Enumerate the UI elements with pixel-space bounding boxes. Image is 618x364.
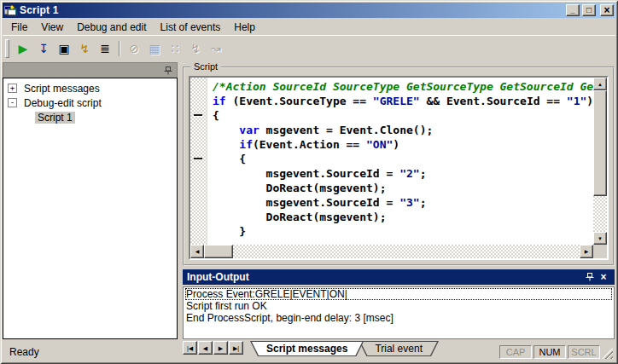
resize-grip[interactable]	[602, 348, 613, 359]
toolbar: ▶↧▣↯≣⊘▦∷↯↝	[3, 35, 615, 61]
output-panel: Input-Output × Process Event:GRELE|EVENT…	[183, 269, 615, 339]
tree-item-label: Script 1	[35, 112, 75, 124]
save-list-icon: ↧	[38, 43, 49, 55]
status-indicator-cap: CAP	[499, 345, 532, 359]
pin-icon[interactable]	[583, 273, 597, 281]
output-list[interactable]: Process Event:GRELE|EVENT|ON|Script firs…	[183, 286, 615, 339]
tree-item-script-1[interactable]: Script 1	[3, 110, 177, 124]
app-icon	[4, 4, 17, 16]
vertical-scroll-track[interactable]	[593, 196, 607, 232]
code-line: {	[213, 152, 593, 166]
code-area[interactable]: /*Action SourceId SourceType GetSourceTy…	[207, 78, 593, 245]
scroll-down-icon[interactable]: ▼	[593, 232, 607, 245]
toolbar-grip[interactable]	[5, 39, 9, 58]
code-line: }	[213, 224, 593, 239]
menu-item-debug-and-edit[interactable]: Debug and edit	[70, 20, 153, 35]
code-line: /*Action SourceId SourceType GetSourceTy…	[213, 79, 593, 94]
menu-item-view[interactable]: View	[34, 20, 70, 35]
code-line: var msgevent = Event.Clone();	[213, 123, 593, 137]
menu-item-help[interactable]: Help	[227, 20, 262, 35]
erase-icon: ⊘	[129, 43, 139, 55]
script-groupbox-label: Script	[190, 61, 221, 72]
vertical-scroll-thumb[interactable]	[593, 90, 607, 196]
editor-gutter	[190, 78, 207, 245]
sidebar: +Script messages-Debug-edit scriptScript…	[3, 62, 178, 339]
minimize-button[interactable]: _	[566, 4, 580, 16]
sidebar-header	[3, 62, 178, 78]
script-event-icon: ↯	[79, 43, 90, 55]
erase-button: ⊘	[124, 39, 144, 58]
code-line: DoReact(msgevent);	[213, 181, 593, 195]
scroll-right-icon[interactable]: ▶	[580, 245, 593, 258]
keyboard-indicators: CAPNUMSCRL	[498, 345, 600, 359]
brace-marker-icon	[194, 158, 202, 159]
save-icon: ▣	[58, 43, 69, 55]
output-panel-header: Input-Output ×	[183, 269, 615, 285]
script-event-button[interactable]: ↯	[74, 39, 95, 58]
text-lines-icon: ≣	[100, 43, 110, 55]
run-script-button[interactable]: ▶	[13, 39, 33, 58]
maximize-button[interactable]: □	[582, 4, 596, 16]
window-title: Script 1	[20, 4, 563, 16]
toolbar-buttons: ▶↧▣↯≣⊘▦∷↯↝	[13, 37, 226, 60]
horizontal-scroll-thumb[interactable]	[204, 245, 233, 258]
status-message: Ready	[4, 345, 498, 359]
menu-item-list-of-events[interactable]: List of events	[154, 20, 228, 35]
code-line: DoReact(msgevent);	[213, 210, 593, 224]
code-line: if (Event.SourceType == "GRELE" && Event…	[213, 94, 593, 108]
run-script-icon: ▶	[19, 43, 28, 55]
status-indicator-num: NUM	[533, 345, 566, 359]
tab-label: Script messages	[251, 342, 363, 355]
tree-item-debug-edit-script[interactable]: -Debug-edit script	[3, 95, 177, 110]
close-icon[interactable]: ×	[597, 272, 610, 282]
script-groupbox: Script /*Action SourceId SourceType GetS…	[183, 66, 615, 266]
output-panel-title: Input-Output	[187, 271, 249, 283]
main-area: +Script messages-Debug-edit scriptScript…	[3, 61, 615, 341]
tree-item-label: Debug-edit script	[21, 97, 104, 109]
scroll-left-icon[interactable]: ◀	[190, 245, 204, 258]
save-button[interactable]: ▣	[54, 39, 74, 58]
grid-button: ▦	[144, 39, 165, 58]
output-line[interactable]: Process Event:GRELE|EVENT|ON|	[185, 288, 612, 300]
output-line[interactable]: Script first run OK	[185, 300, 612, 312]
collapse-icon[interactable]: -	[8, 98, 17, 107]
output-line[interactable]: End ProcessScript, begin-end delay: 3 [m…	[185, 312, 612, 324]
code-editor[interactable]: /*Action SourceId SourceType GetSourceTy…	[189, 76, 609, 260]
code-line: if(Event.Action == "ON")	[213, 137, 593, 152]
tab-script-messages[interactable]: Script messages	[250, 341, 364, 356]
scrollbar-corner	[593, 245, 607, 258]
dice-button: ∷	[165, 39, 185, 58]
horizontal-scroll-track[interactable]	[233, 245, 580, 258]
pin-icon[interactable]	[161, 65, 174, 76]
grid-icon: ▦	[149, 43, 160, 55]
expand-icon[interactable]: +	[8, 84, 17, 93]
menu-bar: FileViewDebug and editList of eventsHelp	[3, 19, 615, 35]
title-bar[interactable]: Script 1 _ □ ×	[3, 3, 615, 18]
code-line: msgevent.SourceId = "3";	[213, 195, 593, 210]
brace-marker-icon	[194, 114, 202, 116]
close-button[interactable]: ×	[600, 4, 614, 16]
tree-item-label: Script messages	[21, 83, 102, 95]
event-edit-icon: ↝	[211, 43, 221, 55]
code-line: {	[213, 108, 593, 123]
code-line: msgevent.SourceId = "2";	[213, 166, 593, 181]
vertical-scrollbar[interactable]: ▲ ▼	[593, 78, 607, 245]
text-lines-button[interactable]: ≣	[95, 39, 115, 58]
event-edit-button: ↝	[206, 39, 226, 58]
script-tree[interactable]: +Script messages-Debug-edit scriptScript…	[3, 78, 178, 339]
right-column: Script /*Action SourceId SourceType GetS…	[183, 62, 615, 339]
app-window: Script 1 _ □ × FileViewDebug and editLis…	[0, 0, 618, 364]
status-indicator-scrl: SCRL	[568, 345, 600, 359]
dice-icon: ∷	[172, 43, 179, 55]
menu-item-file[interactable]: File	[4, 20, 34, 35]
horizontal-scrollbar[interactable]: ◀ ▶	[190, 245, 593, 258]
save-list-button[interactable]: ↧	[33, 39, 54, 58]
toolbar-separator	[119, 41, 120, 56]
scroll-up-icon[interactable]: ▲	[593, 78, 607, 90]
event-filter-icon: ↯	[190, 43, 201, 55]
event-filter-button: ↯	[185, 39, 206, 58]
tree-item-script-messages[interactable]: +Script messages	[3, 81, 177, 95]
